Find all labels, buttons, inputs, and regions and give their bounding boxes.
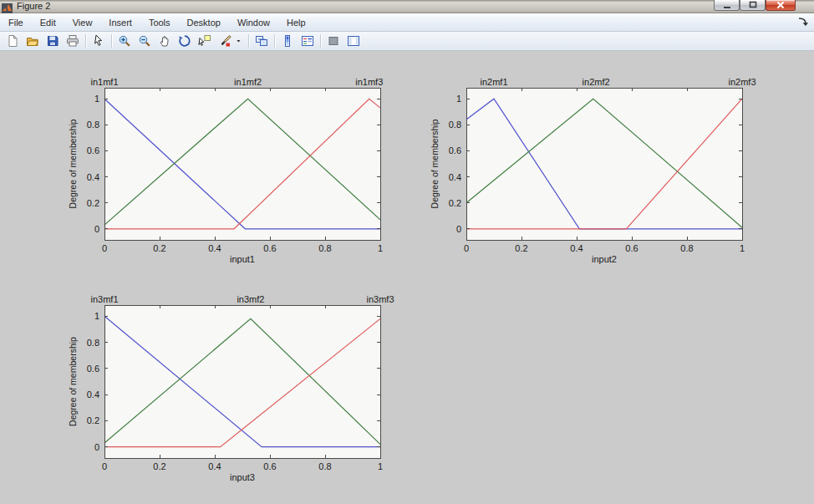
y-tick-label: 0.4 [449,172,461,182]
toolbar-link-plot[interactable] [252,32,272,50]
plot-area-input2[interactable] [466,88,742,240]
maximize-button[interactable] [740,0,766,11]
x-tick-label: 1 [740,243,745,253]
toolbar-separator [85,34,86,48]
toolbar-print-figure[interactable] [63,32,83,50]
mf-label-in2mf1: in2mf1 [480,77,507,87]
x-tick-label: 0.6 [263,243,276,253]
mf-label-in3mf1: in3mf1 [90,294,118,304]
toolbar-insert-legend[interactable] [298,32,318,50]
y-tick-label: 0 [94,442,99,452]
x-tick-label: 0.6 [625,243,638,253]
window-controls [714,0,796,11]
figure-toolbar [0,32,814,51]
x-tick-label: 1 [378,461,383,471]
x-tick-label: 0 [102,461,107,471]
toolbar-hide-plot-tools[interactable] [323,32,343,50]
x-tick-label: 0.8 [318,461,331,471]
subplot-input3: 00.20.40.60.8100.20.40.60.81in3mf1in3mf2… [68,294,394,482]
x-tick-label: 0.4 [570,243,583,253]
insert-colorbar-icon [281,34,294,48]
plot-area-input1[interactable] [104,88,380,240]
y-tick-label: 1 [456,94,461,104]
toolbar-pan[interactable] [155,32,175,50]
x-tick-label: 0.2 [153,461,165,471]
x-tick-label: 0.4 [208,461,221,471]
menu-insert[interactable]: Insert [100,15,140,30]
x-tick-label: 0.4 [208,243,221,253]
brush-data-icon [218,34,231,48]
toolbar-save-figure[interactable] [43,32,63,50]
y-tick-label: 0.2 [449,198,461,208]
y-tick-label: 0.6 [87,364,99,374]
y-axis-label: Degree of membership [68,119,78,208]
y-tick-label: 0.4 [87,389,99,400]
x-tick-label: 0.8 [318,243,331,253]
brush-dropdown-icon [236,34,245,48]
print-figure-icon [66,34,79,48]
hide-plot-tools-icon [327,34,340,48]
mf-label-in1mf1: in1mf1 [90,77,118,87]
toolbar-open-file[interactable] [23,32,43,50]
mf-label-in1mf2: in1mf2 [234,77,262,87]
y-axis-label: Degree of membership [68,337,78,426]
menu-window[interactable]: Window [229,15,278,30]
y-axis-label: Degree of membership [430,119,440,208]
y-tick-label: 1 [94,311,99,321]
y-tick-label: 1 [94,94,99,104]
menu-edit[interactable]: Edit [32,15,64,30]
toolbar-insert-colorbar[interactable] [277,32,298,50]
plot-area-input3[interactable] [104,305,380,458]
mf-label-in2mf3: in2mf3 [728,77,755,87]
mf-label-in3mf2: in3mf2 [237,294,264,304]
menu-tools[interactable]: Tools [140,15,179,30]
toolbar-separator [274,34,275,48]
figure-canvas: 00.20.40.60.8100.20.40.60.81in1mf1in1mf2… [0,51,814,504]
data-cursor-icon [198,34,211,48]
toolbar-data-cursor[interactable] [195,32,215,50]
menu-help[interactable]: Help [278,15,314,30]
y-tick-label: 0.8 [87,338,99,348]
y-tick-label: 0.2 [87,415,99,425]
edit-plot-icon [92,34,105,48]
toolbar-show-plot-tools[interactable] [343,32,364,50]
y-tick-label: 0.8 [449,120,461,130]
toolbar-zoom-in[interactable] [114,32,135,50]
y-tick-label: 0.4 [87,172,99,182]
toolbar-rotate-3d[interactable] [175,32,195,50]
y-tick-label: 0 [94,224,99,234]
show-plot-tools-icon [347,34,360,48]
toolbar-brush-dropdown[interactable] [235,32,246,50]
pan-icon [158,34,171,48]
dock-figure-arrow-icon[interactable] [797,16,809,28]
menubar: FileEditViewInsertToolsDesktopWindowHelp [0,13,814,32]
mf-label-in1mf3: in1mf3 [355,77,383,87]
toolbar-separator [111,34,112,48]
new-figure-icon [6,34,19,48]
x-tick-label: 1 [378,243,383,253]
minimize-button[interactable] [714,0,740,11]
subplot-input1: 00.20.40.60.8100.20.40.60.81in1mf1in1mf2… [68,77,383,264]
x-tick-label: 0.6 [263,461,276,471]
matlab-figure-icon [2,2,13,12]
toolbar-edit-plot[interactable] [89,32,109,50]
y-tick-label: 0.6 [449,145,461,155]
x-tick-label: 0.2 [153,243,165,253]
toolbar-brush-data[interactable] [215,32,235,50]
x-tick-label: 0 [102,243,107,253]
subplot-input2: 00.20.40.60.8100.20.40.60.81in2mf1in2mf2… [430,77,756,264]
minimize-icon [722,2,732,9]
y-tick-label: 0.8 [87,120,99,130]
menu-view[interactable]: View [64,15,101,30]
toolbar-zoom-out[interactable] [135,32,155,50]
y-tick-label: 0 [456,224,461,234]
toolbar-separator [320,34,321,48]
close-button[interactable] [766,0,796,11]
titlebar[interactable]: Figure 2 [0,0,814,13]
menu-file[interactable]: File [0,15,32,30]
menu-desktop[interactable]: Desktop [179,15,229,30]
toolbar-new-figure[interactable] [3,32,23,50]
save-figure-icon [46,34,59,48]
x-axis-label: input1 [230,254,255,264]
zoom-in-icon [118,34,131,48]
